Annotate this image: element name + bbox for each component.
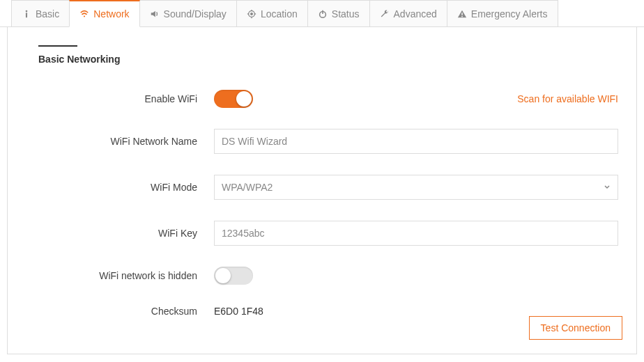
toggle-knob [236, 91, 252, 107]
wifi-key-input[interactable] [214, 221, 618, 246]
tab-sound-display[interactable]: Sound/Display [139, 0, 237, 26]
tab-label: Sound/Display [164, 8, 227, 19]
enable-wifi-toggle[interactable] [214, 90, 253, 108]
power-icon [318, 9, 328, 19]
tab-network[interactable]: Network [69, 0, 139, 27]
svg-rect-1 [26, 13, 27, 17]
volume-icon [150, 9, 160, 19]
row-wifi-key: WiFi Key [38, 221, 622, 246]
info-icon [22, 9, 31, 19]
tab-location[interactable]: Location [236, 0, 308, 26]
wifi-key-label: WiFi Key [38, 228, 214, 239]
wifi-hidden-label: WiFi network is hidden [38, 270, 214, 281]
svg-point-2 [84, 15, 85, 17]
section-title: Basic Networking [38, 54, 622, 65]
checksum-label: Checksum [38, 306, 214, 317]
toggle-knob [215, 268, 231, 283]
wrench-icon [380, 9, 390, 19]
row-checksum: Checksum E6D0 1F48 [38, 306, 622, 317]
tab-label: Advanced [394, 8, 437, 19]
tab-bar: Basic Network Sound/Display Location Sta… [0, 0, 644, 27]
row-enable-wifi: Enable WiFi Scan for available WIFI [38, 90, 622, 108]
svg-point-0 [26, 10, 28, 12]
tab-advanced[interactable]: Advanced [369, 0, 447, 26]
wifi-name-label: WiFi Network Name [38, 136, 214, 147]
warning-icon [457, 9, 467, 19]
row-wifi-mode: WiFi Mode WPA/WPA2 [38, 175, 622, 200]
wifi-icon [79, 9, 89, 19]
chevron-down-icon [604, 183, 611, 191]
test-connection-button[interactable]: Test Connection [529, 316, 622, 340]
row-wifi-hidden: WiFi network is hidden [38, 267, 622, 285]
tab-label: Location [261, 8, 298, 19]
section-rule [38, 45, 77, 47]
svg-point-12 [461, 15, 463, 17]
tab-label: Network [93, 8, 129, 19]
svg-rect-11 [461, 13, 462, 15]
enable-wifi-label: Enable WiFi [38, 93, 214, 104]
tab-basic[interactable]: Basic [11, 0, 70, 26]
wifi-hidden-toggle[interactable] [214, 267, 253, 285]
tab-label: Emergency Alerts [471, 8, 548, 19]
wifi-mode-label: WiFi Mode [38, 182, 214, 193]
wifi-mode-select[interactable]: WPA/WPA2 [214, 175, 618, 200]
tab-label: Status [332, 8, 360, 19]
crosshair-icon [247, 9, 256, 19]
wifi-mode-value: WPA/WPA2 [222, 182, 273, 193]
network-panel: Basic Networking Enable WiFi Scan for av… [7, 27, 637, 354]
section-header: Basic Networking [38, 45, 622, 65]
tab-label: Basic [36, 8, 59, 19]
row-wifi-name: WiFi Network Name [38, 129, 622, 154]
scan-wifi-link[interactable]: Scan for available WIFI [517, 93, 618, 104]
tab-status[interactable]: Status [307, 0, 370, 26]
checksum-value: E6D0 1F48 [214, 306, 263, 317]
svg-point-4 [251, 13, 253, 15]
wifi-name-input[interactable] [214, 129, 618, 154]
tab-emergency-alerts[interactable]: Emergency Alerts [447, 0, 558, 26]
